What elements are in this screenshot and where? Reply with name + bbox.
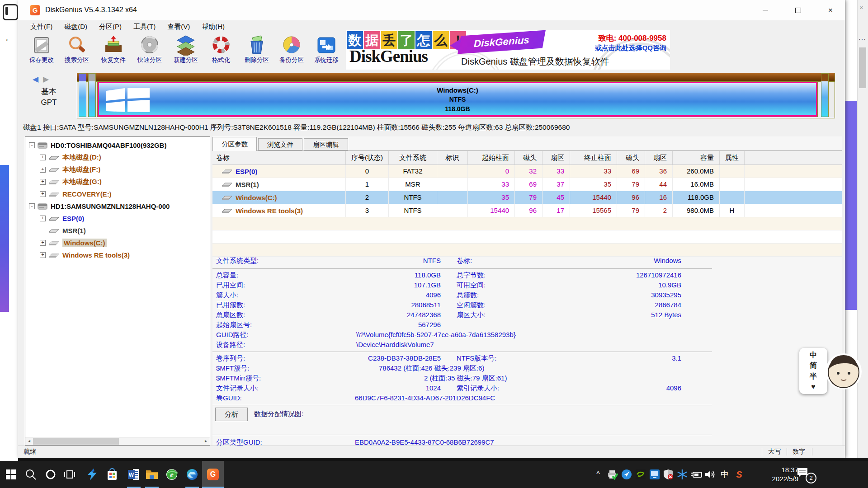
column-header[interactable]: 磁头 bbox=[515, 151, 542, 164]
column-header[interactable]: 标识 bbox=[437, 151, 468, 164]
tab-browse-files[interactable]: 浏览文件 bbox=[258, 138, 302, 150]
column-header[interactable]: 起始柱面 bbox=[468, 151, 515, 164]
scroll-right-arrow[interactable]: ▸ bbox=[202, 437, 210, 445]
ime-status-widget[interactable]: 中 简 半 ♥ bbox=[799, 348, 827, 394]
partition-bar-msr[interactable] bbox=[88, 73, 96, 117]
expand-toggle-icon[interactable]: + bbox=[40, 155, 46, 160]
taskbar-clock[interactable]: 18:37 2022/5/9 bbox=[754, 465, 798, 483]
tray-printer-icon[interactable] bbox=[606, 461, 619, 488]
table-row-msr[interactable]: MSR(1) 1 MSR 33 69 37 35 79 44 16.0MB bbox=[212, 178, 842, 191]
tab-partition-params[interactable]: 分区参数 bbox=[212, 137, 257, 151]
ime-mode-halfwidth[interactable]: 半 bbox=[810, 373, 817, 380]
column-header[interactable]: 终止柱面 bbox=[570, 151, 617, 164]
expand-toggle-icon[interactable]: + bbox=[40, 191, 46, 197]
taskbar-search-button[interactable] bbox=[21, 461, 41, 488]
tree-item-windows-re-tools[interactable]: + Windows RE tools(3) bbox=[25, 249, 210, 261]
tray-volume-icon[interactable] bbox=[703, 461, 717, 488]
banner-ad[interactable]: 数 据 丢 了 怎 么 ！ DiskGenius 致电: 400-008-995… bbox=[346, 30, 670, 70]
expand-toggle-icon[interactable]: + bbox=[40, 179, 46, 185]
tab-sector-edit[interactable]: 扇区编辑 bbox=[304, 138, 348, 150]
tree-item-recovery-e[interactable]: + RECOVERY(E:) bbox=[25, 188, 210, 200]
partition-bar-windows-selected[interactable]: Windows(C:) NTFS 118.0GB bbox=[98, 82, 817, 117]
analyze-button[interactable]: 分析 bbox=[215, 408, 248, 421]
menu-file[interactable]: 文件(F) bbox=[24, 23, 58, 31]
column-header[interactable]: 属性 bbox=[720, 151, 745, 164]
tray-nvidia-icon[interactable] bbox=[634, 461, 647, 488]
column-header[interactable]: 扇区 bbox=[645, 151, 673, 164]
pinned-app-store[interactable] bbox=[102, 461, 122, 488]
pinned-app-green-browser[interactable]: e bbox=[162, 461, 182, 488]
menu-partition[interactable]: 分区(P) bbox=[93, 23, 127, 31]
taskbar-app-file-explorer[interactable] bbox=[142, 461, 162, 488]
background-close-icon[interactable]: × bbox=[859, 4, 863, 11]
cortana-button[interactable] bbox=[41, 461, 61, 488]
tray-power-icon[interactable] bbox=[690, 461, 703, 488]
tree-item-esp[interactable]: + ESP(0) bbox=[25, 212, 210, 225]
tree-item-local-disk-d[interactable]: + 本地磁盘(D:) bbox=[25, 151, 210, 164]
menu-disk[interactable]: 磁盘(D) bbox=[58, 23, 93, 31]
collapse-toggle-icon[interactable]: - bbox=[29, 142, 35, 148]
task-view-button[interactable] bbox=[60, 461, 80, 488]
expand-toggle-icon[interactable]: + bbox=[40, 252, 46, 258]
maximize-button[interactable] bbox=[788, 0, 808, 20]
taskbar-app-diskgenius-active[interactable]: G bbox=[202, 461, 224, 488]
minimize-button[interactable] bbox=[755, 0, 776, 20]
prev-disk-arrow[interactable]: ◀ bbox=[33, 75, 43, 84]
ime-mode-simplified[interactable]: 简 bbox=[810, 362, 817, 369]
quick-partition-button[interactable]: 快速分区 bbox=[133, 35, 166, 69]
banner-qq-link[interactable]: 或点击此处选择QQ咨询 bbox=[595, 44, 666, 52]
column-header[interactable]: 磁头 bbox=[617, 151, 645, 164]
menu-help[interactable]: 帮助(H) bbox=[196, 23, 231, 31]
recover-files-button[interactable]: 恢复文件 bbox=[97, 35, 130, 69]
taskbar-app-word[interactable]: W bbox=[124, 461, 144, 488]
tree-item-hd1[interactable]: - HD1:SAMSUNGMZNLN128HAHQ-000 bbox=[25, 200, 210, 212]
column-header[interactable]: 序号(状态) bbox=[346, 151, 389, 164]
taskbar-app-edge[interactable] bbox=[182, 461, 202, 488]
system-migration-button[interactable]: 系统迁移 bbox=[310, 35, 343, 69]
ime-mode-chinese[interactable]: 中 bbox=[810, 352, 817, 359]
column-header[interactable]: 文件系统 bbox=[389, 151, 437, 164]
background-scrollbar-thumb[interactable] bbox=[859, 47, 866, 88]
start-button[interactable] bbox=[1, 461, 21, 488]
column-header[interactable]: 容量 bbox=[673, 151, 720, 164]
expand-toggle-icon[interactable]: + bbox=[40, 240, 46, 246]
tray-sogou-icon[interactable]: S bbox=[732, 461, 746, 488]
tray-overflow-button[interactable]: ^ bbox=[591, 461, 605, 488]
save-changes-button[interactable]: 保存更改 bbox=[25, 35, 58, 69]
menu-view[interactable]: 查看(V) bbox=[161, 23, 196, 31]
expand-toggle-icon[interactable]: + bbox=[40, 167, 46, 173]
delete-partition-button[interactable]: 删除分区 bbox=[241, 35, 273, 69]
tray-messenger-icon[interactable] bbox=[620, 461, 633, 488]
partition-bar-windows-re[interactable] bbox=[821, 73, 829, 117]
tray-security-icon[interactable] bbox=[661, 461, 675, 488]
column-header[interactable]: 扇区 bbox=[542, 151, 570, 164]
tree-item-msr[interactable]: MSR(1) bbox=[25, 225, 210, 237]
close-button[interactable]: × bbox=[820, 0, 841, 20]
tray-ime-indicator[interactable]: 中 bbox=[718, 461, 731, 488]
scroll-left-arrow[interactable]: ◂ bbox=[25, 437, 33, 445]
tree-item-hd0[interactable]: - HD0:TOSHIBAMQ04ABF100(932GB) bbox=[25, 139, 210, 151]
next-disk-arrow[interactable]: ▶ bbox=[43, 75, 53, 84]
back-arrow-icon[interactable]: ← bbox=[4, 33, 14, 44]
tree-horizontal-scrollbar[interactable]: ◂ ▸ bbox=[25, 437, 210, 445]
search-partitions-button[interactable]: 搜索分区 bbox=[61, 35, 93, 69]
table-row-windows-re[interactable]: Windows RE tools(3) 3 NTFS 15440 96 17 1… bbox=[212, 204, 842, 217]
collapse-toggle-icon[interactable]: - bbox=[29, 203, 35, 209]
table-row-windows-selected[interactable]: Windows(C:) 2 NTFS 35 79 45 15440 96 16 … bbox=[212, 191, 842, 204]
background-window-tab-icon[interactable] bbox=[3, 4, 18, 20]
more-dots-icon[interactable]: ··· bbox=[859, 35, 866, 42]
format-button[interactable]: 格式化 bbox=[205, 35, 237, 69]
action-center-button[interactable]: 2 bbox=[797, 467, 816, 483]
tree-item-local-disk-g[interactable]: + 本地磁盘(G:) bbox=[25, 176, 210, 188]
menu-tools[interactable]: 工具(T) bbox=[127, 23, 161, 31]
column-header[interactable]: 卷标 bbox=[212, 151, 346, 164]
pinned-app-lightning[interactable] bbox=[82, 461, 102, 488]
tree-item-local-disk-f[interactable]: + 本地磁盘(F:) bbox=[25, 164, 210, 176]
heart-icon[interactable]: ♥ bbox=[811, 383, 816, 390]
new-partition-button[interactable]: 新建分区 bbox=[170, 35, 202, 69]
expand-toggle-icon[interactable]: + bbox=[40, 216, 46, 221]
tray-snowflake-icon[interactable] bbox=[675, 461, 689, 488]
backup-partition-button[interactable]: 备份分区 bbox=[275, 35, 308, 69]
table-row-esp[interactable]: ESP(0) 0 FAT32 0 32 33 33 69 36 260.0MB bbox=[212, 165, 842, 178]
tray-intel-graphics-icon[interactable] bbox=[648, 461, 661, 488]
